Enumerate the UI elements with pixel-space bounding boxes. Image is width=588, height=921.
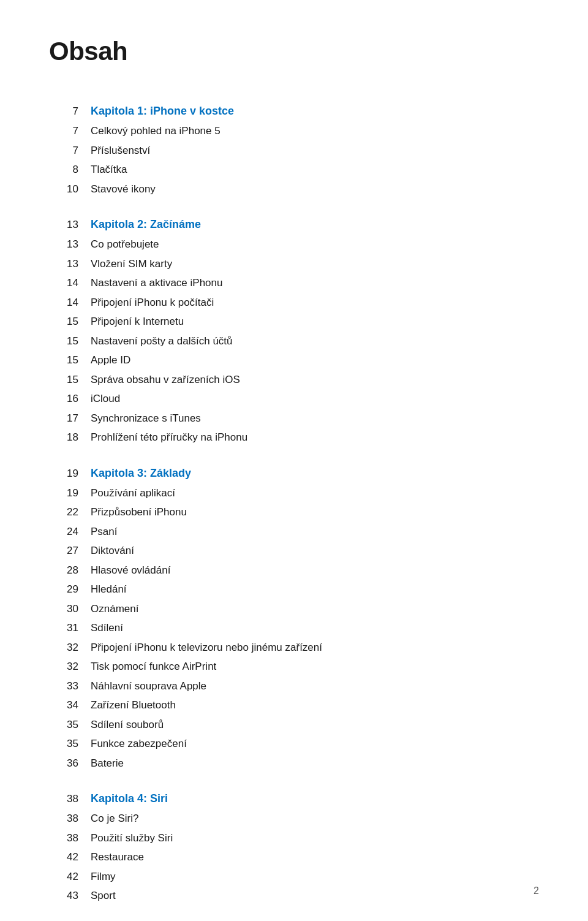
- page-number: 13: [49, 256, 78, 272]
- toc-item-label: Zařízení Bluetooth: [91, 697, 176, 713]
- toc-item-label: Přizpůsobení iPhonu: [91, 504, 187, 520]
- table-row: 38Co je Siri?: [49, 811, 539, 827]
- toc-item-label: Náhlavní souprava Apple: [91, 678, 206, 694]
- page-number: 31: [49, 620, 78, 636]
- page-number: 16: [49, 391, 78, 407]
- table-row: 35Funkce zabezpečení: [49, 736, 539, 752]
- toc-item-label: Sdílení: [91, 620, 123, 636]
- page-number: 15: [49, 352, 78, 368]
- toc-item-label: Používání aplikací: [91, 485, 175, 501]
- toc-item-label: Hledání: [91, 582, 127, 597]
- toc-item-label: Co je Siri?: [91, 811, 138, 827]
- table-row: 8Tlačítka: [49, 162, 539, 178]
- page-number: 15: [49, 372, 78, 388]
- toc-item-label: Oznámení: [91, 601, 138, 617]
- toc-item-label: Prohlížení této příručky na iPhonu: [91, 430, 247, 445]
- chapter-heading: Kapitola 1: iPhone v kostce: [91, 103, 234, 119]
- table-row: 36Baterie: [49, 756, 539, 771]
- page-number: 42: [49, 849, 78, 865]
- page-number: 7: [49, 104, 78, 119]
- toc-item-label: Nastavení pošty a dalších účtů: [91, 333, 233, 349]
- page-number: 8: [49, 162, 78, 178]
- table-row: 17Synchronizace s iTunes: [49, 411, 539, 426]
- table-row: 18Prohlížení této příručky na iPhonu: [49, 430, 539, 445]
- page-number: 36: [49, 756, 78, 771]
- page-number: 34: [49, 697, 78, 713]
- toc-item-label: iCloud: [91, 391, 120, 407]
- table-row: 29Hledání: [49, 582, 539, 597]
- table-row: 42Filmy: [49, 869, 539, 885]
- page-number: 19: [49, 485, 78, 501]
- page-number: 10: [49, 181, 78, 197]
- page-number: 29: [49, 582, 78, 597]
- table-row: 15Připojení k Internetu: [49, 314, 539, 330]
- toc-item-label: Hlasové ovládání: [91, 563, 170, 578]
- chapter-heading: Kapitola 3: Základy: [91, 465, 191, 482]
- table-row: 19Kapitola 3: Základy: [49, 465, 539, 482]
- toc-item-label: Psaní: [91, 524, 117, 540]
- page-number: 13: [49, 237, 78, 252]
- toc-item-label: Připojení iPhonu k televizoru nebo jiném…: [91, 640, 322, 656]
- table-row: 27Diktování: [49, 543, 539, 559]
- table-row: 7Celkový pohled na iPhone 5: [49, 123, 539, 139]
- toc-item-label: Co potřebujete: [91, 237, 159, 252]
- page-number: 14: [49, 275, 78, 291]
- table-row: 32Tisk pomocí funkce AirPrint: [49, 659, 539, 675]
- toc-item-label: Stavové ikony: [91, 181, 156, 197]
- table-row: 33Náhlavní souprava Apple: [49, 678, 539, 694]
- page-number: 14: [49, 295, 78, 311]
- page-number: 18: [49, 430, 78, 445]
- toc-item-label: Synchronizace s iTunes: [91, 411, 201, 426]
- table-row: 22Přizpůsobení iPhonu: [49, 504, 539, 520]
- table-row: 13Co potřebujete: [49, 237, 539, 252]
- table-row: 32Připojení iPhonu k televizoru nebo jin…: [49, 640, 539, 656]
- page-number: 7: [49, 123, 78, 139]
- table-row: 30Oznámení: [49, 601, 539, 617]
- page-number: 15: [49, 333, 78, 349]
- toc-item-label: Celkový pohled na iPhone 5: [91, 123, 221, 139]
- table-row: 19Používání aplikací: [49, 485, 539, 501]
- toc-item-label: Sport: [91, 888, 116, 904]
- page-number: 35: [49, 736, 78, 752]
- table-row: 43Sport: [49, 888, 539, 904]
- page-number: 13: [49, 217, 78, 233]
- toc-item-label: Filmy: [91, 869, 116, 885]
- toc-item-label: Apple ID: [91, 352, 130, 368]
- toc-section-1: 7Kapitola 1: iPhone v kostce7Celkový poh…: [49, 103, 539, 197]
- page-number: 19: [49, 466, 78, 482]
- toc-item-label: Baterie: [91, 756, 124, 771]
- table-row: 16iCloud: [49, 391, 539, 407]
- page-number: 22: [49, 504, 78, 520]
- page-number: 24: [49, 524, 78, 540]
- toc-item-label: Tlačítka: [91, 162, 127, 178]
- table-row: 31Sdílení: [49, 620, 539, 636]
- page-number: 33: [49, 678, 78, 694]
- page-indicator: 2: [533, 885, 539, 896]
- toc-item-label: Připojení iPhonu k počítači: [91, 295, 214, 311]
- page-number: 32: [49, 659, 78, 675]
- page-number: 15: [49, 314, 78, 330]
- table-row: 42Restaurace: [49, 849, 539, 865]
- table-row: 28Hlasové ovládání: [49, 563, 539, 578]
- toc-item-label: Tisk pomocí funkce AirPrint: [91, 659, 216, 675]
- toc-item-label: Příslušenství: [91, 143, 150, 159]
- toc-item-label: Připojení k Internetu: [91, 314, 184, 330]
- page-number: 38: [49, 811, 78, 827]
- table-row: 15Apple ID: [49, 352, 539, 368]
- toc-item-label: Vložení SIM karty: [91, 256, 172, 272]
- page-number: 17: [49, 411, 78, 426]
- toc-item-label: Sdílení souborů: [91, 717, 164, 733]
- page-number: 43: [49, 888, 78, 904]
- table-row: 10Stavové ikony: [49, 181, 539, 197]
- table-row: 15Správa obsahu v zařízeních iOS: [49, 372, 539, 388]
- page-number: 35: [49, 717, 78, 733]
- table-row: 38Použití služby Siri: [49, 830, 539, 846]
- toc-section-4: 38Kapitola 4: Siri38Co je Siri?38Použití…: [49, 790, 539, 904]
- table-row: 7Kapitola 1: iPhone v kostce: [49, 103, 539, 119]
- page-number: 7: [49, 143, 78, 159]
- table-row: 14Připojení iPhonu k počítači: [49, 295, 539, 311]
- chapter-heading: Kapitola 4: Siri: [91, 790, 168, 807]
- table-row: 24Psaní: [49, 524, 539, 540]
- toc-item-label: Nastavení a aktivace iPhonu: [91, 275, 222, 291]
- table-row: 14Nastavení a aktivace iPhonu: [49, 275, 539, 291]
